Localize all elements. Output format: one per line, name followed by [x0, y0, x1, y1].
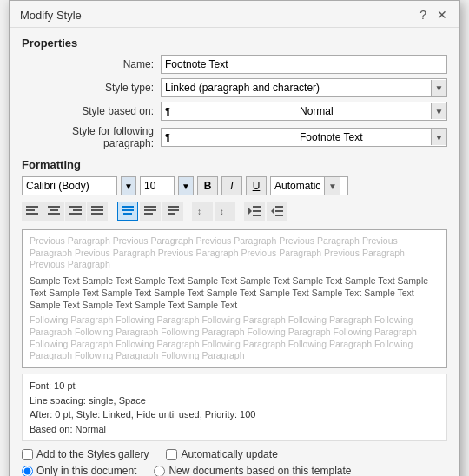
font-select[interactable]: Calibri (Body) [22, 176, 117, 195]
svg-rect-12 [91, 209, 103, 211]
auto-update-text: Automatically update [181, 448, 277, 460]
formatting-section: Formatting Calibri (Body) ▼ 10 ▼ B I U A… [22, 158, 447, 222]
align-extra2-btn[interactable] [162, 202, 183, 221]
radio-row: Only in this document New documents base… [22, 465, 447, 476]
style-based-select[interactable]: ¶ Normal ▼ [161, 102, 447, 121]
formatting-title: Formatting [22, 158, 447, 171]
style-based-icon: ¶ [165, 106, 296, 116]
indent-decrease-btn[interactable] [244, 202, 265, 221]
style-type-label: Style type: [22, 82, 161, 94]
svg-rect-17 [144, 206, 156, 208]
checkbox-row: Add to the Styles gallery Automatically … [22, 448, 447, 460]
modify-style-dialog: Modify Style ? ✕ Properties Name: Style … [9, 0, 460, 476]
align-left-btn[interactable] [22, 202, 43, 221]
style-following-select[interactable]: ¶ Footnote Text ▼ [161, 128, 447, 147]
align-extra-btn[interactable] [140, 202, 161, 221]
new-docs-text: New documents based on this template [168, 465, 351, 476]
underline-button[interactable]: U [246, 176, 267, 195]
desc-line2: Line spacing: single, Space [30, 393, 439, 408]
svg-marker-29 [271, 208, 274, 215]
style-based-label: Style based on: [22, 105, 161, 117]
svg-rect-2 [26, 213, 38, 215]
svg-rect-21 [168, 209, 179, 211]
style-based-row: Style based on: ¶ Normal ▼ [22, 102, 447, 121]
auto-update-label[interactable]: Automatically update [166, 448, 277, 460]
only-in-doc-label[interactable]: Only in this document [22, 465, 136, 476]
properties-section: Properties Name: Style type: Linked (par… [22, 36, 447, 149]
style-type-arrow[interactable]: ▼ [431, 80, 446, 96]
style-type-value: Linked (paragraph and character) [165, 82, 431, 94]
svg-text:↕: ↕ [197, 207, 201, 216]
style-based-value: Normal [300, 105, 431, 117]
style-type-row: Style type: Linked (paragraph and charac… [22, 78, 447, 97]
color-value: Automatic [274, 180, 320, 192]
preview-previous-text: Previous Paragraph Previous Paragraph Pr… [30, 235, 439, 271]
style-following-value: Footnote Text [300, 131, 431, 143]
align-justify-btn[interactable] [87, 202, 108, 221]
only-in-doc-text: Only in this document [36, 465, 136, 476]
svg-rect-26 [253, 206, 261, 208]
color-select[interactable]: Automatic ▼ [270, 176, 348, 195]
preview-box: Previous Paragraph Previous Paragraph Pr… [22, 229, 447, 368]
svg-rect-27 [253, 210, 261, 212]
new-docs-radio[interactable] [154, 466, 165, 477]
desc-line3: After: 0 pt, Style: Linked, Hide until u… [30, 407, 439, 422]
svg-rect-13 [91, 213, 103, 215]
indent-increase-btn[interactable] [267, 202, 287, 221]
svg-rect-16 [123, 213, 132, 215]
size-select[interactable]: 10 [140, 176, 175, 195]
name-label: Name: [22, 58, 161, 70]
color-arrow[interactable]: ▼ [324, 177, 340, 195]
add-to-gallery-checkbox[interactable] [22, 449, 33, 460]
style-following-arrow[interactable]: ▼ [431, 129, 446, 145]
italic-button[interactable]: I [221, 176, 242, 195]
format-row-1: Calibri (Body) ▼ 10 ▼ B I U Automatic ▼ [22, 176, 447, 195]
help-button[interactable]: ? [418, 8, 428, 22]
svg-rect-18 [144, 209, 156, 211]
properties-title: Properties [22, 36, 447, 50]
preview-following-text: Following Paragraph Following Paragraph … [30, 314, 439, 362]
style-type-select[interactable]: Linked (paragraph and character) ▼ [161, 78, 447, 97]
bold-button[interactable]: B [197, 176, 218, 195]
format-row-2: ↕ ↨ [22, 200, 447, 222]
svg-marker-25 [248, 208, 252, 215]
style-based-arrow[interactable]: ▼ [431, 103, 446, 119]
svg-rect-20 [168, 206, 179, 208]
font-size: 10 [144, 180, 155, 192]
svg-rect-8 [69, 206, 82, 208]
svg-rect-6 [48, 213, 60, 215]
only-in-doc-radio[interactable] [22, 466, 33, 477]
line-spacing-increase-btn[interactable]: ↕ [192, 202, 213, 221]
desc-line1: Font: 10 pt [30, 379, 439, 393]
svg-rect-32 [275, 215, 283, 216]
new-docs-label[interactable]: New documents based on this template [154, 465, 351, 476]
svg-rect-15 [122, 209, 134, 211]
align-distributed-btn[interactable] [117, 202, 138, 221]
svg-rect-11 [91, 206, 103, 208]
dialog-title: Modify Style [20, 9, 82, 22]
size-dropdown-btn[interactable]: ▼ [178, 176, 194, 195]
font-name: Calibri (Body) [26, 180, 89, 192]
style-following-icon: ¶ [165, 132, 296, 142]
align-right-btn[interactable] [65, 202, 86, 221]
preview-sample-text: Sample Text Sample Text Sample Text Samp… [30, 274, 439, 312]
name-input[interactable] [161, 55, 447, 74]
svg-rect-0 [26, 206, 38, 208]
close-button[interactable]: ✕ [435, 8, 449, 22]
add-to-gallery-text: Add to the Styles gallery [36, 448, 149, 460]
font-dropdown-btn[interactable]: ▼ [121, 176, 136, 195]
svg-rect-14 [122, 206, 134, 208]
line-spacing-decrease-btn[interactable]: ↨ [215, 202, 235, 221]
align-center-btn[interactable] [43, 202, 64, 221]
svg-rect-30 [275, 206, 283, 208]
title-controls: ? ✕ [418, 8, 449, 22]
description-box: Font: 10 pt Line spacing: single, Space … [22, 374, 447, 441]
style-following-label: Style for following paragraph: [22, 125, 161, 149]
svg-rect-5 [50, 209, 58, 211]
add-to-gallery-label[interactable]: Add to the Styles gallery [22, 448, 149, 460]
svg-rect-28 [253, 215, 261, 216]
auto-update-checkbox[interactable] [166, 449, 177, 460]
svg-rect-4 [48, 206, 60, 208]
svg-rect-19 [144, 213, 153, 215]
name-row: Name: [22, 55, 447, 74]
